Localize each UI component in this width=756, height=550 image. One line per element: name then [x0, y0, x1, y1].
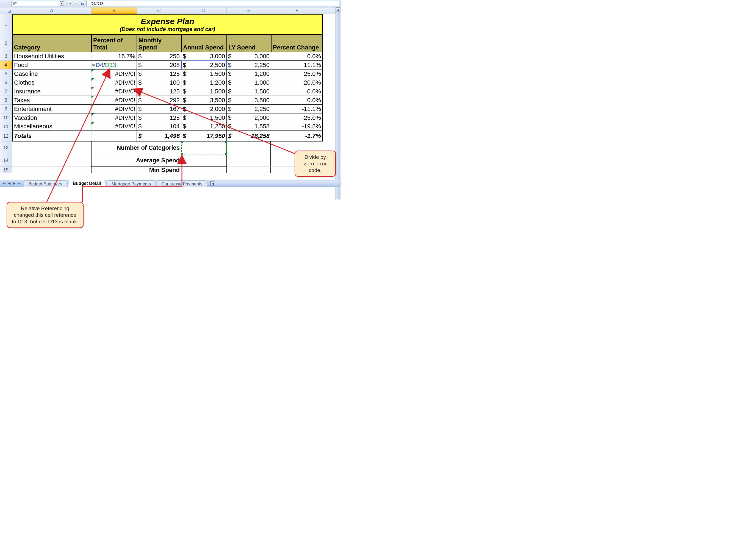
- cell-F4[interactable]: 11.1%: [271, 61, 323, 70]
- cell-F12[interactable]: -1.7%: [271, 131, 323, 142]
- cell-A13[interactable]: [12, 142, 92, 154]
- scroll-left-icon[interactable]: ◀: [211, 181, 215, 186]
- cell-D8[interactable]: $3,500: [181, 96, 227, 105]
- cell-A3[interactable]: Household Utilities: [12, 52, 92, 61]
- row-header-12[interactable]: 12: [0, 131, 12, 142]
- cell-B10[interactable]: #DIV/0!: [92, 114, 137, 122]
- cell-F10[interactable]: -25.0%: [271, 114, 323, 122]
- tab-budget-detail[interactable]: Budget Detail: [68, 180, 106, 187]
- cell-C9[interactable]: $167: [137, 105, 181, 114]
- cell-F11[interactable]: -19.8%: [271, 122, 323, 131]
- col-header-F[interactable]: F: [271, 7, 323, 14]
- cell-D4[interactable]: $2,500: [181, 61, 227, 70]
- scroll-up-icon[interactable]: ▲: [336, 7, 340, 12]
- hdr-monthly[interactable]: Monthly Spend: [137, 35, 181, 52]
- cell-C7[interactable]: $125: [137, 87, 181, 96]
- cell-C5[interactable]: $125: [137, 70, 181, 78]
- name-box[interactable]: IF ▼: [11, 1, 65, 6]
- cell-B5[interactable]: #DIV/0!: [92, 70, 137, 78]
- cell-B3[interactable]: 16.7%: [92, 52, 137, 61]
- col-header-A[interactable]: A: [12, 7, 92, 14]
- cell-C3[interactable]: $250: [137, 52, 181, 61]
- cell-D15[interactable]: [181, 167, 227, 173]
- cell-F3[interactable]: 0.0%: [271, 52, 323, 61]
- row-header-6[interactable]: 6: [0, 78, 12, 87]
- row-header-15[interactable]: 15: [0, 167, 12, 173]
- hdr-percent-total[interactable]: Percent of Total: [92, 35, 137, 52]
- cell-D5[interactable]: $1,500: [181, 70, 227, 78]
- cell-E7[interactable]: $1,500: [227, 87, 271, 96]
- cell-F9[interactable]: -11.1%: [271, 105, 323, 114]
- cell-E4[interactable]: $2,250: [227, 61, 271, 70]
- cell-BC15-merged[interactable]: Min Spend: [92, 167, 181, 173]
- hdr-ly[interactable]: LY Spend: [227, 35, 271, 52]
- col-header-E[interactable]: E: [227, 7, 271, 14]
- tab-budget-summary[interactable]: Budget Summary: [23, 181, 68, 187]
- cell-B7[interactable]: #DIV/0!: [92, 87, 137, 96]
- row-header-13[interactable]: 13: [0, 142, 12, 154]
- cell-A11[interactable]: Miscellaneous: [12, 122, 92, 131]
- tab-nav-last-icon[interactable]: ⏭: [16, 181, 21, 186]
- title-cell[interactable]: Expense Plan (Does not include mortgage …: [12, 14, 323, 35]
- row-header-2[interactable]: 2: [0, 35, 12, 52]
- cancel-formula-button[interactable]: ✕: [68, 1, 73, 6]
- cell-B8[interactable]: #DIV/0!: [92, 96, 137, 105]
- cell-BC13-merged[interactable]: Number of Categories: [92, 142, 181, 154]
- cell-A15[interactable]: [12, 167, 92, 173]
- cell-E9[interactable]: $2,250: [227, 105, 271, 114]
- cell-E6[interactable]: $1,000: [227, 78, 271, 87]
- cell-E3[interactable]: $3,000: [227, 52, 271, 61]
- cell-F7[interactable]: 0.0%: [271, 87, 323, 96]
- cell-F5[interactable]: 25.0%: [271, 70, 323, 78]
- cell-E14[interactable]: [227, 154, 271, 167]
- cell-E12[interactable]: $18,258: [227, 131, 271, 142]
- cell-A4[interactable]: Food: [12, 61, 92, 70]
- cell-F8[interactable]: 0.0%: [271, 96, 323, 105]
- cell-B9[interactable]: #DIV/0!: [92, 105, 137, 114]
- cell-C6[interactable]: $100: [137, 78, 181, 87]
- cell-A8[interactable]: Taxes: [12, 96, 92, 105]
- row-header-10[interactable]: 10: [0, 114, 12, 122]
- name-box-dropdown-icon[interactable]: ▼: [60, 1, 64, 6]
- cell-A10[interactable]: Vacation: [12, 114, 92, 122]
- cell-A6[interactable]: Clothes: [12, 78, 92, 87]
- row-header-14[interactable]: 14: [0, 154, 12, 167]
- cell-E10[interactable]: $2,000: [227, 114, 271, 122]
- row-header-11[interactable]: 11: [0, 122, 12, 131]
- col-header-D[interactable]: D: [181, 7, 227, 14]
- cell-D14[interactable]: [181, 154, 227, 167]
- cell-A14[interactable]: [12, 154, 92, 167]
- cell-D6[interactable]: $1,200: [181, 78, 227, 87]
- cell-BC14-merged[interactable]: Average Spend: [92, 154, 181, 167]
- select-all-corner[interactable]: [0, 7, 12, 14]
- cell-C12[interactable]: $1,496: [137, 131, 181, 142]
- cell-C4[interactable]: $208: [137, 61, 181, 70]
- row-header-4[interactable]: 4: [0, 61, 12, 70]
- fx-button[interactable]: fx: [80, 1, 85, 6]
- col-header-C[interactable]: C: [137, 7, 181, 14]
- tab-car-lease-payments[interactable]: Car Lease Payments: [156, 181, 207, 187]
- tab-nav-prev-icon[interactable]: ◀: [7, 181, 12, 186]
- cell-D10[interactable]: $1,500: [181, 114, 227, 122]
- cell-F6[interactable]: 20.0%: [271, 78, 323, 87]
- row-header-3[interactable]: 3: [0, 52, 12, 61]
- tab-mortgage-payments[interactable]: Mortgage Payments: [106, 181, 156, 187]
- formula-input[interactable]: =D4/D13: [86, 1, 339, 6]
- cell-E8[interactable]: $3,500: [227, 96, 271, 105]
- row-header-5[interactable]: 5: [0, 70, 12, 78]
- hdr-change[interactable]: Percent Change: [271, 35, 323, 52]
- cell-E15[interactable]: [227, 167, 271, 173]
- cell-A12[interactable]: Totals: [12, 131, 92, 142]
- cell-A5[interactable]: Gasoline: [12, 70, 92, 78]
- cell-A7[interactable]: Insurance: [12, 87, 92, 96]
- cell-D13[interactable]: [181, 142, 227, 154]
- tab-nav-next-icon[interactable]: ▶: [12, 181, 16, 186]
- tab-nav-first-icon[interactable]: ⏮: [2, 181, 7, 186]
- cell-D11[interactable]: $1,250: [181, 122, 227, 131]
- cell-C11[interactable]: $104: [137, 122, 181, 131]
- col-header-B[interactable]: B: [92, 7, 137, 14]
- cell-B6[interactable]: #DIV/0!: [92, 78, 137, 87]
- cell-D9[interactable]: $2,000: [181, 105, 227, 114]
- cell-D7[interactable]: $1,500: [181, 87, 227, 96]
- cell-E11[interactable]: $1,558: [227, 122, 271, 131]
